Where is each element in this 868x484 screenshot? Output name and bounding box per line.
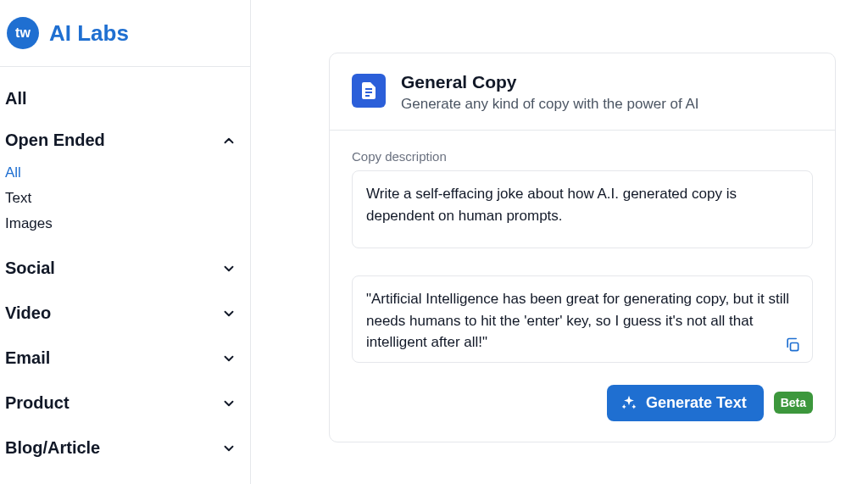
nav-group-label: Email [5, 348, 50, 368]
nav-group-header-product[interactable]: Product [5, 383, 245, 423]
generate-text-button[interactable]: Generate Text [607, 385, 764, 421]
card-subtitle: Generate any kind of copy with the power… [401, 96, 699, 113]
card-body: Copy description "Artificial Intelligenc… [330, 131, 835, 442]
output-box: "Artificial Intelligence has been great … [352, 275, 813, 363]
brand-logo-text: tw [15, 25, 31, 41]
field-label-copy-description: Copy description [352, 149, 813, 164]
generate-text-label: Generate Text [646, 394, 747, 412]
nav-group-label: Blog/Article [5, 438, 100, 458]
nav-sub-item-all[interactable]: All [5, 160, 245, 186]
nav-group-label: Product [5, 393, 70, 413]
svg-rect-0 [791, 342, 798, 350]
nav-group-header-video[interactable]: Video [5, 293, 245, 333]
nav-group-header-social[interactable]: Social [5, 248, 245, 288]
main-content: General Copy Generate any kind of copy w… [251, 0, 868, 484]
sidebar: tw AI Labs All Open Ended All Text Image… [0, 0, 251, 484]
nav-group-label: Video [5, 303, 51, 323]
chevron-down-icon [221, 396, 236, 411]
copy-button[interactable] [783, 337, 802, 355]
output-text: "Artificial Intelligence has been great … [366, 291, 789, 350]
card-footer: Generate Text Beta [352, 385, 813, 421]
nav: All Open Ended All Text Images Social Vi… [0, 67, 250, 468]
general-copy-card: General Copy Generate any kind of copy w… [329, 53, 836, 442]
nav-sub-item-images[interactable]: Images [5, 211, 245, 236]
nav-group-header-email[interactable]: Email [5, 338, 245, 378]
nav-group-header-blog-article[interactable]: Blog/Article [5, 428, 245, 468]
chevron-down-icon [221, 306, 236, 321]
beta-badge: Beta [774, 392, 813, 414]
chevron-down-icon [221, 261, 236, 276]
nav-sub-open-ended: All Text Images [5, 160, 245, 243]
brand-name: AI Labs [49, 20, 129, 47]
nav-group-blog-article: Blog/Article [5, 428, 245, 468]
card-header-text: General Copy Generate any kind of copy w… [401, 72, 699, 113]
nav-group-open-ended: Open Ended All Text Images [5, 120, 245, 243]
nav-group-social: Social [5, 248, 245, 288]
nav-item-all[interactable]: All [5, 82, 245, 120]
nav-group-label: Social [5, 259, 55, 278]
document-icon [352, 74, 386, 108]
sparkle-icon [620, 394, 637, 411]
nav-group-video: Video [5, 293, 245, 333]
chevron-up-icon [221, 133, 236, 148]
nav-group-header-open-ended[interactable]: Open Ended [5, 120, 245, 160]
copy-description-input[interactable] [352, 170, 813, 248]
chevron-down-icon [221, 441, 236, 456]
nav-sub-item-text[interactable]: Text [5, 186, 245, 211]
card-title: General Copy [401, 72, 699, 92]
brand-header: tw AI Labs [0, 0, 250, 67]
nav-group-label: Open Ended [5, 131, 105, 150]
nav-group-email: Email [5, 338, 245, 378]
chevron-down-icon [221, 351, 236, 366]
nav-group-product: Product [5, 383, 245, 423]
brand-logo: tw [7, 17, 39, 49]
card-header: General Copy Generate any kind of copy w… [330, 53, 835, 131]
copy-icon [784, 337, 801, 353]
